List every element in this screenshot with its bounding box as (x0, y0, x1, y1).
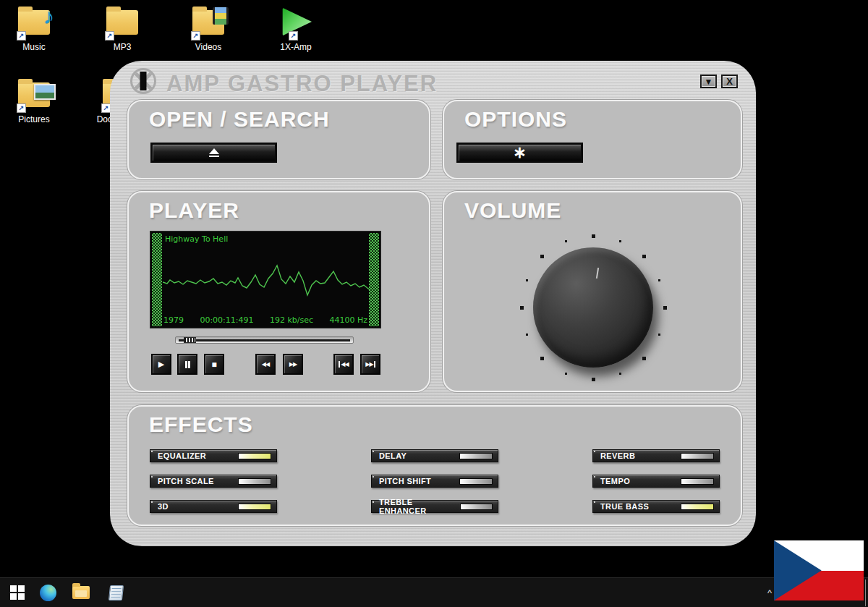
player-panel: PLAYER Highway To Hell 1979 00:00:11:491… (127, 191, 430, 392)
desktop-icon-music[interactable]: ♪ ↗ Music (1, 6, 67, 52)
seek-slider[interactable] (175, 336, 354, 344)
play-time: 00:00:11:491 (200, 315, 253, 325)
taskbar: ^ (0, 577, 868, 607)
rewind-icon: ◀◀ (262, 361, 269, 368)
fast-forward-icon: ▶▶ (289, 361, 297, 368)
volume-panel: VOLUME (443, 191, 742, 392)
waveform (163, 242, 370, 314)
windows-logo-icon (10, 585, 25, 600)
volume-knob[interactable] (533, 247, 653, 368)
shortcut-arrow-icon: ↗ (17, 31, 26, 41)
effect-indicator (238, 478, 271, 485)
film-strip-icon (213, 7, 229, 25)
czech-flag-image (774, 540, 864, 600)
effect-button-pitch-shift[interactable]: PITCH SHIFT (371, 475, 498, 488)
play-button[interactable]: ▶ (151, 354, 171, 375)
music-note-icon: ♪ (43, 4, 54, 29)
effects-grid: EQUALIZER DELAY REVERB PITCH SCALE PITCH… (150, 449, 720, 513)
effect-button-treble-enhancer[interactable]: TREBLE ENHANCER (371, 500, 498, 513)
next-track-icon: ▶▶ (365, 361, 373, 368)
player-title: PLAYER (149, 198, 239, 223)
effect-indicator (681, 504, 714, 510)
rewind-button[interactable]: ◀◀ (255, 354, 276, 375)
desktop-icon-1x-amp[interactable]: ↗ 1X-Amp (263, 6, 329, 52)
shortcut-arrow-icon: ↗ (17, 103, 26, 113)
open-search-title: OPEN / SEARCH (149, 107, 330, 132)
stop-icon: ■ (211, 360, 216, 370)
options-panel: OPTIONS ∗ (443, 100, 742, 179)
effect-button-pitch-scale[interactable]: PITCH SCALE (150, 475, 277, 488)
volume-knob-ticks (519, 233, 668, 382)
level-meter-left (152, 233, 162, 326)
effect-indicator (681, 453, 714, 459)
eject-icon (208, 148, 221, 157)
effect-button-3d[interactable]: 3D (150, 500, 277, 513)
display-info-row: 1979 00:00:11:491 192 kb/sec 44100 Hz (163, 315, 367, 325)
taskbar-item-edge[interactable] (33, 578, 62, 607)
play-icon: ▶ (158, 360, 164, 369)
icon-label: Pictures (1, 114, 67, 124)
open-search-panel: OPEN / SEARCH (127, 100, 430, 179)
effect-indicator (238, 453, 271, 459)
next-track-button[interactable]: ▶▶ (360, 354, 380, 375)
volume-title: VOLUME (464, 198, 561, 223)
effect-button-delay[interactable]: DELAY (371, 449, 498, 462)
effect-indicator (459, 478, 493, 485)
taskbar-separator (865, 580, 866, 606)
edge-browser-icon (40, 585, 56, 601)
player-display: Highway To Hell 1979 00:00:11:491 192 kb… (150, 231, 381, 328)
effect-indicator (681, 478, 714, 485)
open-search-button[interactable] (150, 143, 277, 163)
icon-label: MP3 (89, 42, 156, 52)
effects-title: EFFECTS (149, 412, 253, 437)
effect-button-reverb[interactable]: REVERB (592, 449, 720, 462)
icon-label: Music (1, 42, 67, 52)
shortcut-arrow-icon: ↗ (191, 31, 200, 41)
options-button[interactable]: ∗ (456, 143, 583, 163)
effect-button-true-bass[interactable]: TRUE BASS (592, 500, 720, 513)
options-title: OPTIONS (464, 107, 567, 132)
level-meter-right (369, 233, 379, 326)
amp-player-window: AMP GASTRO PLAYER ▼ X OPEN / SEARCH OPTI… (110, 61, 756, 546)
fast-forward-button[interactable]: ▶▶ (283, 354, 303, 375)
previous-track-icon (339, 361, 340, 368)
app-logo-icon (130, 68, 156, 94)
effect-button-tempo[interactable]: TEMPO (592, 475, 720, 488)
seek-track (179, 339, 350, 341)
effect-indicator (460, 504, 493, 510)
effects-panel: EFFECTS EQUALIZER DELAY REVERB PITCH SCA… (127, 405, 742, 526)
photo-icon (34, 84, 56, 100)
shortcut-arrow-icon: ↗ (289, 31, 298, 41)
effect-indicator (238, 504, 271, 510)
taskbar-item-notepad[interactable] (101, 578, 130, 607)
samplerate: 44100 Hz (329, 315, 367, 325)
desktop-icon-pictures[interactable]: ↗ Pictures (1, 78, 67, 124)
previous-track-button[interactable]: ◀◀ (333, 354, 354, 375)
knob-indicator (596, 268, 599, 279)
asterisk-icon: ∗ (513, 149, 526, 156)
song-year: 1979 (163, 315, 184, 325)
minimize-button[interactable]: ▼ (700, 75, 717, 88)
seek-thumb[interactable] (184, 337, 196, 343)
pause-button[interactable] (177, 354, 197, 375)
desktop-icon-mp3[interactable]: ↗ MP3 (89, 6, 156, 52)
start-button[interactable] (3, 578, 32, 607)
effect-indicator (459, 453, 493, 459)
notepad-icon (108, 585, 123, 600)
bitrate: 192 kb/sec (270, 315, 313, 325)
taskbar-item-file-explorer[interactable] (67, 578, 95, 607)
window-title: AMP GASTRO PLAYER (166, 71, 438, 97)
file-explorer-icon (72, 586, 90, 599)
shortcut-arrow-icon: ↗ (105, 31, 114, 41)
pause-icon (185, 361, 187, 368)
icon-label: 1X-Amp (263, 42, 329, 52)
effect-button-equalizer[interactable]: EQUALIZER (150, 449, 277, 462)
desktop-icon-videos[interactable]: ↗ Videos (175, 6, 242, 52)
stop-button[interactable]: ■ (204, 354, 224, 375)
close-button[interactable]: X (721, 75, 738, 88)
icon-label: Videos (175, 42, 242, 52)
